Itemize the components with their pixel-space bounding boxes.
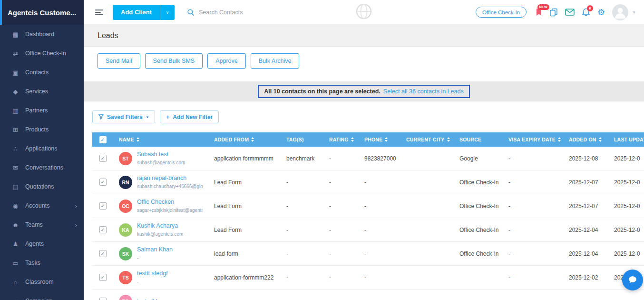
products-icon: ⊞ [11,126,20,133]
col-current-city[interactable]: CURRENT CITY [400,132,454,147]
row-checkbox[interactable] [99,226,107,233]
cell-added-on: 2025-12-04 [563,242,608,265]
sidebar-item-accounts[interactable]: ◉ Accounts › [0,196,84,215]
contact-name-link[interactable]: Kushik Acharya [137,222,183,229]
topbar-right: Office Check-In NEW [476,4,635,20]
sidebar-item-conversations[interactable]: ✉ Conversations [0,158,84,177]
cell-source: Google [454,147,503,170]
cell-visa-expiry: - [503,170,563,194]
cell-phone [359,290,400,300]
row-checkbox[interactable] [99,155,107,162]
sidebar-item-products[interactable]: ⊞ Products [0,120,84,139]
row-checkbox[interactable] [99,274,107,281]
contact-email: - [137,255,138,260]
whats-new-button[interactable]: NEW [536,8,542,16]
cell-added-on: 2025-12-02 [563,266,608,289]
cell-added-on [563,290,608,300]
user-avatar[interactable] [612,4,628,20]
search-input[interactable] [199,9,289,16]
app-root: Agentcis Custome... ▦ Dashboard ⇄ Office… [0,0,644,300]
bulk-archive-button[interactable]: Bulk Archive [251,53,300,69]
sidebar-item-contacts[interactable]: ▣ Contacts [0,63,84,82]
approve-button[interactable]: Approve [207,53,246,69]
send-mail-button[interactable]: Send Mail [98,53,140,69]
contact-email: - [137,279,138,284]
contact-name-link[interactable]: test gikhv [137,298,162,300]
cell-added-from: application formmmmm [208,147,281,170]
col-visa-expiry-date[interactable]: VISA EXPIRY DATE [503,132,563,147]
cell-current-city [400,194,454,218]
mail-icon[interactable] [565,9,575,16]
table-header-row: NAME ADDED FROM TAG(S) RATING [92,132,644,147]
contact-name-link[interactable]: Salman Khan [137,246,173,253]
notifications-button[interactable]: 6 [582,8,590,17]
select-all-link[interactable]: Select all 36 contacts in Leads [383,88,464,95]
col-last-updated[interactable]: LAST UPDATED [608,132,644,147]
row-checkbox[interactable] [99,250,107,257]
pages-icon[interactable] [549,8,558,17]
contact-name-link[interactable]: testtt sfedgf [137,270,168,277]
avatar: ST [119,152,132,165]
sidebar-item-teams[interactable]: ☻ Teams › [0,215,84,234]
col-rating[interactable]: RATING [323,132,359,147]
contact-name-link[interactable]: rajan nepal-branch [137,175,203,181]
sidebar-item-applications[interactable]: ∴ Applications [0,139,84,158]
contact-email: sagar+csbjklnkjolnitest@agentcis [137,208,203,213]
chevron-down-icon[interactable] [633,10,635,14]
sidebar-item-tasks[interactable]: ▭ Tasks [0,253,84,272]
table-row: ST Subash test subash@agentcis.com appli… [92,147,644,170]
brand-logo [355,3,372,22]
sidebar-item-services[interactable]: ◆ Services [0,82,84,101]
settings-gear-icon[interactable] [597,7,605,18]
select-all-checkbox[interactable] [99,136,107,143]
row-checkbox[interactable] [99,298,107,300]
add-new-filter-button[interactable]: + Add New Filter [160,110,219,123]
search-icon [187,9,195,16]
row-checkbox[interactable] [99,202,107,210]
sidebar-item-agents[interactable]: ♟ Agents [0,234,84,253]
col-added-on[interactable]: ADDED ON [563,132,608,147]
accounts-icon: ◉ [11,202,20,210]
add-client-button[interactable]: Add Client [113,5,175,20]
chevron-down-icon[interactable] [160,10,175,15]
cell-source [454,290,503,300]
col-name[interactable]: NAME [113,132,208,147]
col-added-from[interactable]: ADDED FROM [208,132,281,147]
row-checkbox[interactable] [99,179,107,186]
cell-tags: benchmark [281,147,323,170]
applications-icon: ∴ [11,145,20,152]
sidebar-item-partners[interactable]: ▥ Partners [0,101,84,120]
contact-name-link[interactable]: Offic Checken [137,199,203,205]
sidebar-item-campaign[interactable]: ◄ Campaign › [0,291,84,300]
cell-rating: - [323,218,359,241]
sidebar-item-dashboard[interactable]: ▦ Dashboard [0,25,84,44]
saved-filters-button[interactable]: Saved Filters [92,110,155,123]
sidebar-item-label: Contacts [25,69,49,76]
cell-current-city [400,242,454,265]
sidebar-item-label: Tasks [25,260,40,266]
col-phone[interactable]: PHONE [359,132,400,147]
send-bulk-sms-button[interactable]: Send Bulk SMS [145,53,203,69]
cell-added-on: 2025-12-07 [563,194,608,218]
cell-visa-expiry: - [503,242,563,265]
sidebar-item-label: Products [25,126,49,133]
cell-visa-expiry: - [503,147,563,170]
office-check-in-button[interactable]: Office Check-In [476,7,527,18]
cell-last-updated: 2025-12-0 [608,170,644,194]
sidebar-item-classroom[interactable]: ⌂ Classroom [0,272,84,291]
sidebar-item-label: Partners [25,107,48,114]
cell-last-updated: 2025-12-0 [608,194,644,218]
partners-icon: ▥ [11,107,20,114]
sort-icon [447,137,450,142]
chat-launcher-button[interactable] [622,270,643,290]
app-logo[interactable]: Agentcis Custome... [0,0,84,25]
cell-source: Office Check-In [454,218,503,241]
sidebar-item-label: Accounts [25,202,49,209]
page-title: Leads [98,31,118,40]
menu-icon[interactable] [95,8,103,17]
sidebar-item-label: Campaign [25,298,52,300]
contact-name-link[interactable]: Subash test [137,151,185,158]
sidebar-item-quotations[interactable]: ▤ Quotations [0,177,84,196]
chevron-right-icon: › [75,298,77,300]
sidebar-item-office-check-in[interactable]: ⇄ Office Check-In [0,44,84,63]
